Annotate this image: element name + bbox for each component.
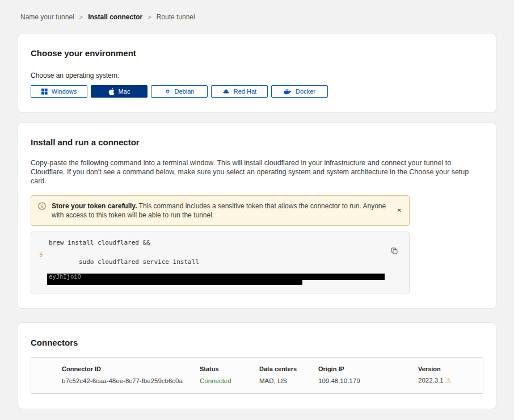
code-line-2: $sudo cloudflared service install <box>49 251 384 273</box>
os-button-redhat[interactable]: Red Hat <box>211 85 268 98</box>
connector-id-value: b7c52c42-6caa-48ee-8c77-fbe259cb6c0a <box>62 377 200 384</box>
version-warning-icon: ⚠ <box>446 377 452 384</box>
connectors-title: Connectors <box>31 338 483 347</box>
tunnel-setup-page: Name your tunnel > Install connector > R… <box>0 0 514 420</box>
status-value: Connected <box>200 377 259 384</box>
connectors-card: Connectors Connector ID Status Data cent… <box>18 322 496 409</box>
windows-icon <box>41 89 48 95</box>
os-button-row: Windows Mac Debian Red Hat <box>31 85 483 98</box>
os-button-label: Mac <box>119 88 130 95</box>
apple-icon <box>108 88 115 95</box>
code-line-1: brew install cloudflared && <box>49 239 384 246</box>
debian-icon <box>165 89 171 95</box>
installer-description: Copy-paste the following command into a … <box>31 158 483 186</box>
breadcrumb-step-install-connector[interactable]: Install connector <box>88 13 142 21</box>
os-button-windows[interactable]: Windows <box>31 85 87 98</box>
os-button-debian[interactable]: Debian <box>151 85 208 98</box>
info-icon <box>38 201 46 220</box>
shell-prompt: $ <box>39 251 43 258</box>
warning-bold-text: Store your token carefully. <box>52 202 137 210</box>
command-code-block: brew install cloudflared && $sudo cloudf… <box>31 232 410 293</box>
warning-message: Store your token carefully. This command… <box>52 201 390 220</box>
os-button-mac[interactable]: Mac <box>91 85 148 98</box>
redacted-token-bar-2 <box>47 280 302 285</box>
table-header-version: Version <box>418 366 471 372</box>
breadcrumb-separator: > <box>79 14 83 20</box>
environment-title: Choose your environment <box>31 48 483 58</box>
connectors-table: Connector ID Status Data centers Origin … <box>31 357 483 394</box>
table-header-connector-id: Connector ID <box>62 366 200 372</box>
version-value: 2022.3.1⚠ <box>418 377 471 384</box>
os-select-label: Choose an operating system: <box>31 72 483 79</box>
installer-title: Install and run a connector <box>31 137 483 147</box>
docker-icon <box>284 89 292 95</box>
os-button-label: Docker <box>296 88 315 95</box>
table-header-origin-ip: Origin IP <box>318 366 418 372</box>
os-button-docker[interactable]: Docker <box>271 85 328 98</box>
installer-card: Install and run a connector Copy-paste t… <box>18 122 496 309</box>
token-prefix: eyJhIjoiO <box>47 274 81 280</box>
warning-close-icon[interactable]: ✕ <box>397 208 402 213</box>
breadcrumb-step-name-your-tunnel[interactable]: Name your tunnel <box>20 13 74 21</box>
breadcrumb: Name your tunnel > Install connector > R… <box>18 0 496 21</box>
os-button-label: Windows <box>52 88 77 95</box>
token-warning-banner: Store your token carefully. This command… <box>31 195 410 226</box>
table-header-data-centers: Data centers <box>259 366 318 372</box>
redhat-icon <box>222 89 230 94</box>
os-button-label: Red Hat <box>234 88 256 95</box>
breadcrumb-step-route-tunnel[interactable]: Route tunnel <box>157 13 195 21</box>
table-header-status: Status <box>200 366 259 372</box>
copy-icon <box>391 247 398 256</box>
environment-card: Choose your environment Choose an operat… <box>18 33 496 113</box>
os-button-label: Debian <box>175 88 195 95</box>
breadcrumb-separator: > <box>148 14 151 20</box>
origin-ip-value: 109.48.10.179 <box>318 377 418 384</box>
copy-button[interactable] <box>391 247 398 254</box>
redacted-token-bar-1: eyJhIjoiO <box>47 274 385 280</box>
data-centers-value: MAD, LIS <box>259 377 318 384</box>
